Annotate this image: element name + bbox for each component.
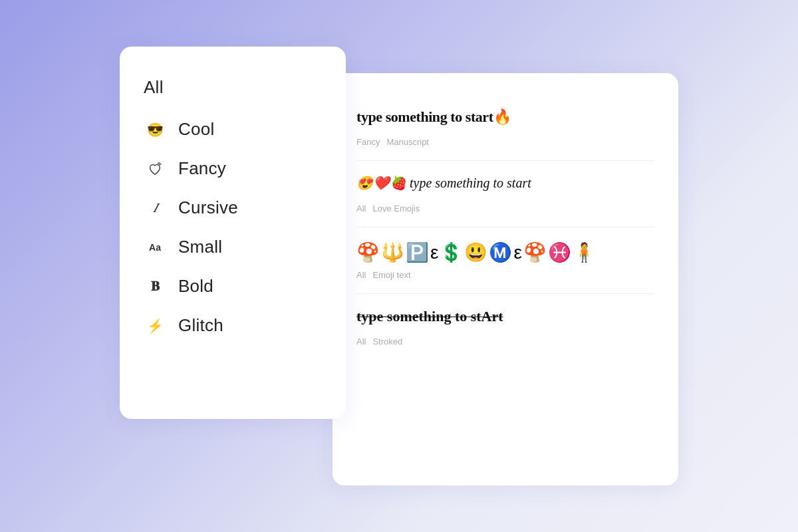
sidebar-item-cool[interactable]: 😎 Cool: [144, 110, 322, 149]
tag-fancy: Fancy: [356, 137, 380, 147]
sidebar-item-bold[interactable]: 𝐁 Bold: [144, 267, 322, 306]
sidebar-item-fancy[interactable]: Fancy: [144, 149, 322, 188]
sidebar-item-glitch[interactable]: ⚡ Glitch: [144, 306, 322, 345]
sidebar-item-all[interactable]: All: [144, 68, 322, 110]
tag-manuscript: Manuscript: [386, 137, 429, 147]
sidebar-item-cursive[interactable]: 𝐼 Cursive: [144, 188, 322, 227]
glitch-icon: ⚡: [144, 318, 166, 334]
stroked-preview: type something to stArt: [356, 307, 654, 331]
style-row-love-emojis[interactable]: 😍❤️🍓 type something to start All Love Em…: [356, 161, 654, 227]
tag-all-emoji: All: [356, 270, 366, 280]
style-row-stroked[interactable]: type something to stArt All Stroked: [356, 294, 654, 360]
tag-all-love: All: [356, 203, 366, 213]
all-label: All: [144, 77, 164, 98]
bold-label: Bold: [178, 276, 213, 297]
category-panel: All 😎 Cool Fancy 𝐼 Cursive Aa Small: [120, 47, 346, 419]
cursive-label: Cursive: [178, 198, 238, 218]
fancy-manuscript-preview: type something to start🔥: [356, 108, 654, 132]
tag-love-emojis: Love Emojis: [372, 203, 420, 213]
cool-icon: 😎: [144, 122, 166, 138]
fancy-manuscript-tags: Fancy Manuscript: [356, 137, 654, 147]
tag-all-stroked: All: [356, 336, 366, 346]
cursive-icon: 𝐼: [144, 200, 166, 215]
cool-label: Cool: [178, 119, 215, 140]
sidebar-item-small[interactable]: Aa Small: [144, 227, 322, 267]
main-container: All 😎 Cool Fancy 𝐼 Cursive Aa Small: [120, 47, 678, 485]
bold-icon: 𝐁: [144, 279, 166, 294]
fancy-icon: [144, 162, 166, 176]
glitch-label: Glitch: [178, 315, 223, 336]
love-emojis-preview: 😍❤️🍓 type something to start: [356, 174, 654, 198]
emoji-text-preview: 🍄🔱🅿️ε💲😃Ⓜ️ε🍄♓🧍: [356, 241, 654, 265]
small-label: Small: [178, 237, 222, 257]
emoji-text-tags: All Emoji text: [356, 270, 654, 280]
style-row-emoji-text[interactable]: 🍄🔱🅿️ε💲😃Ⓜ️ε🍄♓🧍 All Emoji text: [356, 227, 654, 294]
small-icon: Aa: [144, 242, 166, 253]
style-row-fancy-manuscript[interactable]: type something to start🔥 Fancy Manuscrip…: [356, 94, 654, 161]
tag-emoji-text: Emoji text: [372, 270, 410, 280]
stroked-tags: All Stroked: [356, 336, 654, 346]
love-emojis-tags: All Love Emojis: [356, 203, 654, 213]
fancy-label: Fancy: [178, 158, 226, 179]
tag-stroked: Stroked: [372, 336, 402, 346]
preview-panel: type something to start🔥 Fancy Manuscrip…: [332, 73, 678, 485]
